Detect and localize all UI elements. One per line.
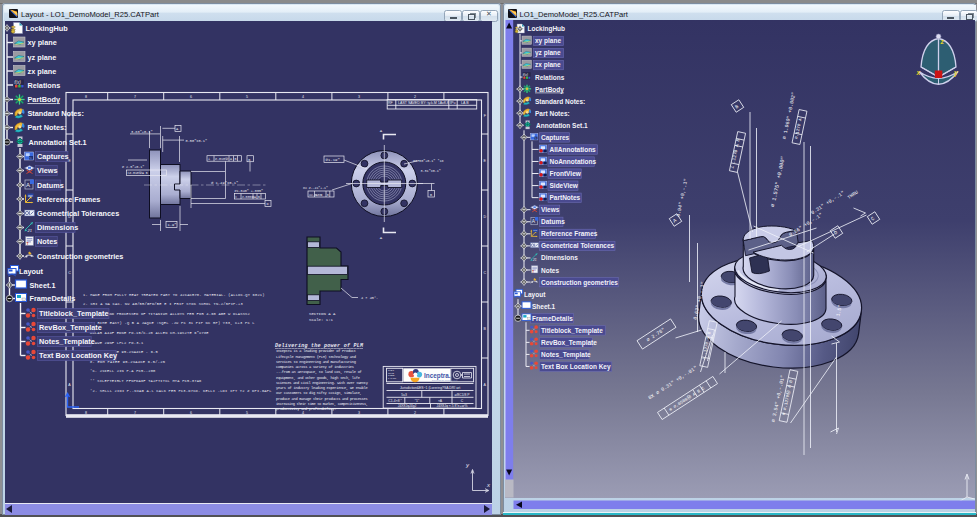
- svg-text:PartBody: PartBody: [535, 86, 564, 94]
- svg-text:B: B: [248, 158, 250, 162]
- svg-text:Dimensions: Dimensions: [541, 254, 578, 261]
- svg-text:RevBox_Template: RevBox_Template: [39, 323, 102, 332]
- svg-text:4: 4: [302, 411, 304, 415]
- svg-text:L- 5>GP: L- 5>GP: [388, 377, 397, 379]
- svg-text:sciences and civil engineering: sciences and civil engineering. With ove…: [276, 381, 369, 385]
- svg-text:Part Notes:: Part Notes:: [535, 110, 570, 117]
- svg-text:companies across a variety of: companies across a variety of industries: [276, 365, 354, 369]
- svg-text:AllAnnotations: AllAnnotations: [549, 146, 596, 153]
- svg-text:produce and manage their produ: produce and manage their products and pr…: [276, 397, 368, 401]
- svg-text:Notes_Template: Notes_Template: [39, 337, 95, 346]
- svg-text:xy plane: xy plane: [535, 37, 561, 45]
- svg-text:Dimensions: Dimensions: [37, 223, 78, 232]
- svg-text:2: 2: [414, 95, 416, 99]
- svg-text:zx plane: zx plane: [28, 67, 57, 76]
- svg-text:Construction geometries: Construction geometries: [541, 279, 618, 287]
- svg-text:Scale: 1:1: Scale: 1:1: [309, 318, 334, 322]
- svg-text:THICID AND PROCESSED OF TITANI: THICID AND PROCESSED OF TITANIUM ALLOYS …: [90, 312, 250, 316]
- svg-text:7: 7: [134, 411, 136, 415]
- svg-text:⌀ 2.5"+0.1": ⌀ 2.5"+0.1": [122, 165, 144, 169]
- svg-text:Notes_Template: Notes_Template: [541, 351, 591, 359]
- svg-text:yz plane: yz plane: [28, 53, 57, 62]
- svg-text:services to engineering and ma: services to engineering and manufacturin…: [276, 360, 356, 364]
- svg-text:21: 21: [531, 258, 536, 262]
- svg-text:FrameDetails: FrameDetails: [532, 315, 573, 322]
- svg-text:⌀.005Ⓜ: ⌀.005Ⓜ: [242, 196, 254, 199]
- svg-text:Text Box Location Key: Text Box Location Key: [541, 363, 611, 371]
- svg-text:increasing their time to marke: increasing their time to market, competi…: [276, 402, 368, 406]
- svg-text:7: 7: [134, 95, 136, 99]
- svg-text:PartBody: PartBody: [28, 95, 61, 104]
- svg-text:productivity and profitability: productivity and profitability.: [276, 407, 336, 411]
- svg-text:Part Notes:: Part Notes:: [28, 123, 67, 132]
- svg-text:PartNotes: PartNotes: [549, 194, 580, 201]
- svg-text:C: C: [68, 271, 71, 275]
- svg-text:Geometrical Tolerances: Geometrical Tolerances: [37, 209, 119, 218]
- svg-text:Delivering the Power of PLM: Delivering the Power of PLM: [432, 379, 458, 381]
- svg-text:²³: ²³: [29, 156, 31, 160]
- svg-text:2: 2: [414, 411, 416, 415]
- svg-text:LAST SAVED BY: ty.k.M 1Av8.8: LAST SAVED BY: ty.k.M 1Av8.8: [398, 101, 449, 105]
- svg-text:xy plane: xy plane: [28, 38, 57, 47]
- svg-text:f(x): f(x): [522, 73, 528, 77]
- svg-text:⌀/8C1/8 P: ⌀/8C1/8 P: [454, 393, 470, 397]
- svg-text:Standard Notes:: Standard Notes:: [535, 98, 585, 105]
- svg-text:SECTION A A: SECTION A A: [309, 312, 336, 316]
- svg-text:0.50"±0.1": 0.50"±0.1": [186, 139, 208, 143]
- svg-text:Views: Views: [37, 166, 58, 175]
- svg-text:⊥: ⊥: [208, 157, 210, 161]
- svg-text:B: B: [258, 195, 260, 199]
- svg-text:SideView: SideView: [549, 182, 578, 189]
- svg-text:A: A: [316, 194, 318, 197]
- svg-text:2. CRI A NA CAC. NU AG/5R/GPD/: 2. CRI A NA CAC. NU AG/5R/GPD/BE E I FRI…: [83, 302, 243, 306]
- svg-text:NoAnnotations: NoAnnotations: [549, 158, 596, 165]
- svg-text:Reference Frames: Reference Frames: [37, 195, 100, 204]
- svg-text:5u3: 5u3: [401, 393, 407, 397]
- svg-text:years of industry leading expe: years of industry leading experience, we…: [276, 386, 368, 390]
- svg-text:RevBox_Template: RevBox_Template: [541, 339, 597, 347]
- svg-text:Annotation Set.1: Annotation Set.1: [29, 138, 87, 147]
- svg-text:4: 4: [302, 95, 304, 99]
- svg-text:C1-4×8 ": C1-4×8 ": [388, 399, 402, 403]
- svg-text:Construction geometries: Construction geometries: [37, 252, 123, 261]
- svg-text:⌀1.19": ⌀1.19": [326, 158, 340, 162]
- svg-text:our customers to dig nifty ccs: our customers to dig nifty ccsign, simul…: [276, 391, 362, 395]
- svg-text:5: 5: [246, 411, 248, 415]
- svg-text:LA B: LA B: [461, 101, 469, 105]
- svg-text:⊧⌀.010ⓂA B: ⊧⌀.010ⓂA B: [128, 171, 148, 175]
- svg-text:B: B: [235, 157, 237, 161]
- svg-text:LockingHub: LockingHub: [527, 25, 565, 33]
- svg-text:⌀ 1.49"±0.1": ⌀ 1.49"±0.1": [211, 181, 238, 185]
- svg-text:'' SILEPTEIRLT PFNPDA6F TA2PTI: '' SILEPTEIRLT PFNPDA6F TA2PTITCL MTA PC…: [90, 379, 201, 383]
- svg-text:Sheet.1: Sheet.1: [532, 303, 556, 310]
- svg-text:⌀.010Ⓜ: ⌀.010Ⓜ: [215, 157, 229, 161]
- svg-text:×A: ×A: [438, 399, 443, 403]
- svg-text:T: T: [532, 270, 534, 274]
- svg-text:Sheet.1: Sheet.1: [30, 281, 56, 290]
- svg-text:Jurisdiction&ES−1 (Lorering?SA: Jurisdiction&ES−1 (Lorering?SA.DRI art: [400, 386, 460, 390]
- svg-text:z: z: [939, 38, 944, 45]
- svg-text:Datums: Datums: [37, 181, 64, 190]
- svg-text:D: D: [267, 202, 269, 206]
- svg-text:Views: Views: [541, 206, 560, 213]
- svg-text:Annotation Set.1: Annotation Set.1: [536, 122, 588, 129]
- svg-text:zx plane: zx plane: [535, 61, 561, 69]
- svg-text:'2. SHLLL 2IDI P..NIAG A.L CAL: '2. SHLLL 2IDI P..NIAG A.L CALK PER PC3-…: [90, 389, 272, 393]
- svg-text:4 × 45°.: 4 × 45°.: [361, 296, 378, 300]
- svg-text:Relations: Relations: [535, 74, 565, 81]
- svg-text:Lifecycle Management (PLM) tec: Lifecycle Management (PLM) technology an…: [276, 355, 356, 359]
- svg-text:yz plane: yz plane: [535, 49, 561, 57]
- svg-text:1. MAKE FROM FULLY HEAT TREATE: 1. MAKE FROM FULLY HEAT TREATED PART TO …: [83, 293, 265, 297]
- svg-text:Reference Frames: Reference Frames: [541, 230, 598, 237]
- svg-text:'C. 2%IELL 2IN P.A PC5-.200: 'C. 2%IELL 2IN P.A PC5-.200: [90, 369, 155, 373]
- svg-text:Text Box Location Key: Text Box Location Key: [39, 351, 118, 360]
- svg-text:1.9": 1.9": [168, 223, 177, 227]
- svg-text:xyz: xyz: [28, 194, 33, 198]
- svg-text:8X ⌀-.41"+.1": 8X ⌀-.41"+.1": [303, 186, 328, 190]
- svg-text:3.83"+0.1": 3.83"+0.1": [131, 130, 153, 134]
- svg-text:8: 8: [85, 95, 87, 99]
- svg-text:B: B: [430, 193, 432, 197]
- svg-text:f(x): f(x): [14, 80, 21, 85]
- svg-text:J4X8JqJ4gJ: J4X8JqJ4gJ: [398, 404, 417, 408]
- svg-text:IPu: IPu: [450, 101, 455, 105]
